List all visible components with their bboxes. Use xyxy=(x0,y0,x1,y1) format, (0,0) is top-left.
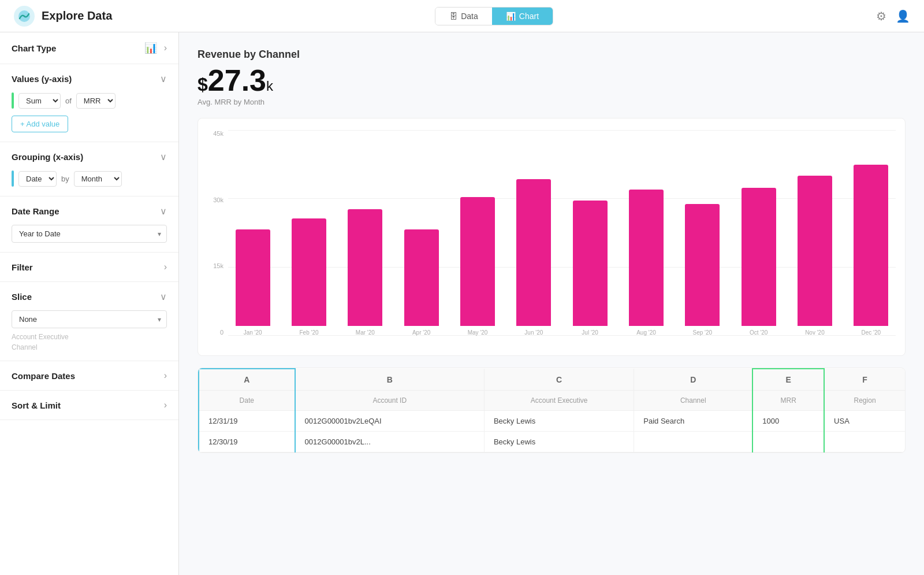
main-layout: Chart Type 📊 › Values (y-axis) ∨ Sum Avg xyxy=(0,32,924,575)
th-col-letter-a: A xyxy=(199,369,295,391)
grouping-field-select[interactable]: Date xyxy=(18,171,57,187)
header-left: Explore Data xyxy=(14,6,112,27)
sort-limit-title: Sort & Limit xyxy=(12,400,61,410)
chart-tab-icon: 📊 xyxy=(506,12,516,21)
chart-value-suffix: k xyxy=(266,78,273,94)
sidebar-section-sort-limit: Sort & Limit › xyxy=(0,391,178,420)
filter-header[interactable]: Filter › xyxy=(12,262,167,272)
bar-chart-icon: 📊 xyxy=(144,42,157,54)
grouping-color-indicator xyxy=(12,170,14,187)
th-col-letter-c: C xyxy=(484,369,634,391)
data-tab-icon: 🗄 xyxy=(449,12,457,21)
app-header: Explore Data 🗄 Data 📊 Chart ⚙ 👤 xyxy=(0,0,924,32)
chart-subtitle: Avg. MRR by Month xyxy=(198,98,906,106)
bar[interactable] xyxy=(460,197,495,326)
sidebar-section-date-range: Date Range ∨ Year to Date Last 30 Days L… xyxy=(0,196,178,253)
tab-chart[interactable]: 📊 Chart xyxy=(492,8,553,25)
tab-data[interactable]: 🗄 Data xyxy=(435,8,492,25)
compare-dates-expand-icon: › xyxy=(164,370,167,381)
bars-container: Jan '20Feb '20Mar '20Apr '20May '20Jun '… xyxy=(228,130,896,350)
bar[interactable] xyxy=(629,190,664,326)
table-row: 12/30/19 0012G00001bv2L... Becky Lewis xyxy=(199,432,905,452)
user-icon: 👤 xyxy=(896,10,910,23)
filter-title: Filter xyxy=(12,262,33,272)
chart-type-header[interactable]: Chart Type 📊 › xyxy=(12,42,167,54)
cell-exec-2: Becky Lewis xyxy=(484,432,634,452)
bar[interactable] xyxy=(292,218,326,326)
sort-limit-header[interactable]: Sort & Limit › xyxy=(12,400,167,410)
bar[interactable] xyxy=(798,176,832,326)
bar-group: Jun '20 xyxy=(509,179,558,336)
bar-label: Jun '20 xyxy=(524,329,543,336)
aggregate-select[interactable]: Sum Avg Count xyxy=(18,93,61,109)
cell-region-2 xyxy=(824,432,905,452)
gear-icon: ⚙ xyxy=(876,10,886,23)
tab-data-label: Data xyxy=(461,12,478,21)
bar-label: Nov '20 xyxy=(805,329,825,336)
slice-hint-channel: Channel xyxy=(12,343,167,351)
filter-expand-icon: › xyxy=(164,262,167,272)
slice-content: None Account Executive Channel Account E… xyxy=(12,310,167,351)
th-col-letter-e: E xyxy=(752,369,824,391)
bar[interactable] xyxy=(854,165,888,326)
th-col-letter-b: B xyxy=(295,369,485,391)
bar-group: Nov '20 xyxy=(790,176,839,336)
compare-dates-header[interactable]: Compare Dates › xyxy=(12,370,167,381)
y-axis: 45k 30k 15k 0 xyxy=(207,130,228,350)
cell-region-1: USA xyxy=(824,411,905,432)
bar[interactable] xyxy=(685,204,720,326)
granularity-select[interactable]: Month Day Week Quarter Year xyxy=(74,171,122,187)
bar[interactable] xyxy=(516,179,551,326)
of-label: of xyxy=(65,97,72,105)
user-button[interactable]: 👤 xyxy=(896,9,910,23)
date-range-select[interactable]: Year to Date Last 30 Days Last 90 Days A… xyxy=(12,225,167,243)
bar[interactable] xyxy=(348,209,382,326)
add-value-button[interactable]: + Add value xyxy=(12,116,68,132)
bar[interactable] xyxy=(573,201,608,326)
slice-select[interactable]: None Account Executive Channel xyxy=(12,310,167,328)
bar-group: Mar '20 xyxy=(341,209,390,336)
values-content: Sum Avg Count of MRR + Add value xyxy=(12,92,167,132)
cell-date-1: 12/31/19 xyxy=(199,411,295,432)
cell-channel-1: Paid Search xyxy=(634,411,752,432)
slice-hint-account-executive: Account Executive xyxy=(12,333,167,341)
bar[interactable] xyxy=(236,229,270,326)
bar-label: Aug '20 xyxy=(636,329,656,336)
date-range-header[interactable]: Date Range ∨ xyxy=(12,206,167,217)
compare-dates-title: Compare Dates xyxy=(12,371,75,381)
cell-mrr-1: 1000 xyxy=(752,411,824,432)
y-label-0: 0 xyxy=(220,329,223,336)
grouping-content: Date by Month Day Week Quarter Year xyxy=(12,170,167,187)
table-header-names: Date Account ID Account Executive Channe… xyxy=(199,391,905,411)
y-label-30k: 30k xyxy=(213,196,223,203)
slice-header[interactable]: Slice ∨ xyxy=(12,291,167,302)
bars-inner: Jan '20Feb '20Mar '20Apr '20May '20Jun '… xyxy=(228,165,896,350)
chart-value-main: 27.3 xyxy=(208,65,266,95)
chart-header: Revenue by Channel $ 27.3 k Avg. MRR by … xyxy=(198,49,906,106)
date-range-title: Date Range xyxy=(12,206,59,216)
logo-icon xyxy=(14,6,35,27)
data-table: A B C D E F Date Account ID Account Exec… xyxy=(198,368,906,453)
slice-title: Slice xyxy=(12,292,32,302)
values-header[interactable]: Values (y-axis) ∨ xyxy=(12,73,167,84)
bar-group: Jan '20 xyxy=(228,229,277,336)
main-content: Revenue by Channel $ 27.3 k Avg. MRR by … xyxy=(179,32,924,575)
th-mrr: MRR xyxy=(752,391,824,411)
settings-button[interactable]: ⚙ xyxy=(876,9,886,23)
bar[interactable] xyxy=(404,229,439,326)
y-label-45k: 45k xyxy=(213,130,223,137)
values-color-indicator xyxy=(12,92,14,109)
date-range-content: Year to Date Last 30 Days Last 90 Days A… xyxy=(12,225,167,243)
sidebar-section-slice: Slice ∨ None Account Executive Channel A… xyxy=(0,282,178,361)
field-select[interactable]: MRR xyxy=(76,93,116,109)
view-tabs: 🗄 Data 📊 Chart xyxy=(435,7,553,25)
bar-label: Jul '20 xyxy=(582,329,598,336)
bar-group: Aug '20 xyxy=(621,190,670,336)
bar[interactable] xyxy=(742,188,776,326)
grouping-header[interactable]: Grouping (x-axis) ∨ xyxy=(12,151,167,162)
cell-date-2: 12/30/19 xyxy=(199,432,295,452)
values-title: Values (y-axis) xyxy=(12,74,72,84)
bar-group: May '20 xyxy=(453,197,502,336)
table-body: 12/31/19 0012G00001bv2LeQAI Becky Lewis … xyxy=(199,411,905,452)
bar-label: Jan '20 xyxy=(244,329,262,336)
